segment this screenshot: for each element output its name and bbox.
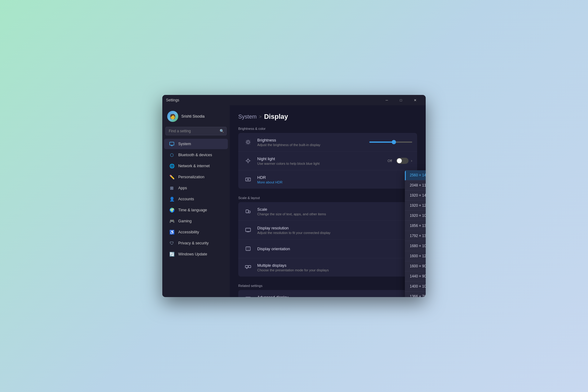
night-light-status: Off xyxy=(388,159,392,163)
search-box[interactable]: 🔍 xyxy=(165,127,227,135)
advanced-display-row[interactable]: Advanced display Display information, re… xyxy=(238,290,417,297)
display-resolution-row[interactable]: Display resolution Adjust the resolution… xyxy=(238,221,417,239)
spacer-2 xyxy=(238,278,417,284)
hdr-row[interactable]: HDR More about HDR 2560 × 1440 (Recommen… xyxy=(238,170,417,189)
gaming-icon: 🎮 xyxy=(169,218,175,224)
sidebar-item-accessibility[interactable]: ♿ Accessibility xyxy=(164,227,228,237)
scale-title: Scale xyxy=(257,207,412,212)
sidebar-item-bluetooth-label: Bluetooth & devices xyxy=(178,153,212,157)
res-option-11[interactable]: 1400 × 1050 xyxy=(405,281,426,292)
brightness-title: Brightness xyxy=(257,138,369,142)
night-light-control[interactable]: Off › xyxy=(388,158,412,164)
search-icon: 🔍 xyxy=(220,129,224,133)
hdr-icon xyxy=(243,175,253,184)
sidebar-item-system-label: System xyxy=(178,142,191,146)
resolution-dropdown: 2560 × 1440 (Recommended) 2048 × 1152 19… xyxy=(405,170,426,297)
res-option-0[interactable]: 2560 × 1440 (Recommended) xyxy=(405,170,426,180)
multiple-displays-title: Multiple displays xyxy=(257,263,412,268)
window-controls: ─ □ ✕ xyxy=(380,95,422,105)
res-option-1[interactable]: 2048 × 1152 xyxy=(405,180,426,190)
hdr-title: HDR xyxy=(257,175,412,180)
related-settings-card: Advanced display Display information, re… xyxy=(238,290,417,297)
system-icon xyxy=(169,141,175,147)
user-profile[interactable]: 🧑 Srishti Sisodia xyxy=(162,108,230,127)
brightness-row[interactable]: Brightness Adjust the brightness of the … xyxy=(238,133,417,152)
close-button[interactable]: ✕ xyxy=(408,95,422,105)
sidebar-item-privacy[interactable]: 🛡 Privacy & security xyxy=(164,238,228,248)
slider-thumb xyxy=(392,140,396,144)
night-light-subtitle: Use warmer colors to help block blue lig… xyxy=(257,162,388,165)
res-option-3[interactable]: 1920 × 1200 xyxy=(405,201,426,211)
res-option-10[interactable]: 1440 × 900 xyxy=(405,271,426,281)
display-orientation-title: Display orientation xyxy=(257,247,412,251)
res-option-7[interactable]: 1680 × 1050 xyxy=(405,241,426,251)
user-name: Srishti Sisodia xyxy=(181,114,205,119)
scale-icon xyxy=(243,206,253,216)
multiple-displays-row[interactable]: Multiple displays Choose the presentatio… xyxy=(238,258,417,277)
svg-line-10 xyxy=(246,144,247,144)
avatar: 🧑 xyxy=(167,111,178,122)
night-light-toggle[interactable] xyxy=(396,158,409,164)
sidebar-item-personalization-label: Personalization xyxy=(178,175,204,179)
night-light-text: Night light Use warmer colors to help bl… xyxy=(257,156,388,165)
main-content: System > Display Brightness & color xyxy=(230,105,426,297)
display-resolution-icon xyxy=(243,225,253,235)
res-option-12[interactable]: 1366 × 768 xyxy=(405,292,426,297)
breadcrumb-parent[interactable]: System xyxy=(238,114,257,120)
res-option-5[interactable]: 1856 × 1392 xyxy=(405,221,426,231)
scale-section-label: Scale & layout xyxy=(238,196,417,200)
sidebar-item-update[interactable]: 🔄 Windows Update xyxy=(164,249,228,259)
titlebar: Settings ─ □ ✕ xyxy=(162,95,426,105)
brightness-slider[interactable] xyxy=(369,141,412,143)
minimize-button[interactable]: ─ xyxy=(380,95,394,105)
svg-line-11 xyxy=(250,140,250,141)
sidebar-item-gaming-label: Gaming xyxy=(178,219,192,223)
breadcrumb-separator: > xyxy=(259,114,262,119)
breadcrumb: System > Display xyxy=(238,113,417,121)
res-option-9[interactable]: 1600 × 900 xyxy=(405,261,426,271)
brightness-icon xyxy=(243,137,253,147)
sidebar-item-system[interactable]: System xyxy=(164,139,228,149)
bluetooth-icon: ⬡ xyxy=(169,152,175,158)
accounts-icon: 👤 xyxy=(169,196,175,202)
display-orientation-text: Display orientation xyxy=(257,247,412,251)
sidebar-item-accounts-label: Accounts xyxy=(178,197,194,201)
maximize-button[interactable]: □ xyxy=(394,95,408,105)
display-orientation-icon xyxy=(243,244,253,254)
brightness-section-label: Brightness & color xyxy=(238,127,417,130)
hdr-subtitle[interactable]: More about HDR xyxy=(257,180,412,184)
sidebar-item-apps[interactable]: ⊞ Apps xyxy=(164,183,228,193)
res-option-2[interactable]: 1920 × 1440 xyxy=(405,190,426,201)
brightness-control[interactable] xyxy=(369,141,412,143)
sidebar-item-personalization[interactable]: ✏️ Personalization xyxy=(164,172,228,182)
sidebar-item-network-label: Network & internet xyxy=(178,164,210,168)
sidebar-item-network[interactable]: 🌐 Network & internet xyxy=(164,161,228,171)
sidebar-item-update-label: Windows Update xyxy=(178,252,207,256)
night-light-icon xyxy=(243,156,253,166)
scale-subtitle: Change the size of text, apps, and other… xyxy=(257,212,412,216)
res-option-6[interactable]: 1792 × 1344 xyxy=(405,231,426,241)
display-orientation-row[interactable]: Display orientation xyxy=(238,239,417,258)
search-input[interactable] xyxy=(165,127,227,135)
sidebar-item-privacy-label: Privacy & security xyxy=(178,241,209,245)
scale-row[interactable]: Scale Change the size of text, apps, and… xyxy=(238,202,417,221)
brightness-color-card: Brightness Adjust the brightness of the … xyxy=(238,133,417,189)
res-option-4[interactable]: 1920 × 1080 xyxy=(405,211,426,221)
svg-rect-23 xyxy=(246,228,251,232)
night-light-row[interactable]: Night light Use warmer colors to help bl… xyxy=(238,152,417,170)
sidebar: 🧑 Srishti Sisodia 🔍 System ⬡ xyxy=(162,105,230,297)
window-title: Settings xyxy=(166,98,380,102)
sidebar-item-gaming[interactable]: 🎮 Gaming xyxy=(164,216,228,226)
res-option-8[interactable]: 1600 × 1200 xyxy=(405,251,426,261)
toggle-knob xyxy=(397,158,402,163)
sidebar-item-accounts[interactable]: 👤 Accounts xyxy=(164,194,228,204)
sidebar-item-apps-label: Apps xyxy=(178,186,187,190)
sidebar-item-accessibility-label: Accessibility xyxy=(178,230,199,234)
scale-text: Scale Change the size of text, apps, and… xyxy=(257,207,412,216)
svg-line-9 xyxy=(250,144,250,144)
sidebar-item-bluetooth[interactable]: ⬡ Bluetooth & devices xyxy=(164,150,228,160)
advanced-display-text: Advanced display Display information, re… xyxy=(257,295,411,297)
svg-rect-0 xyxy=(170,142,174,145)
display-resolution-subtitle: Adjust the resolution to fit your connec… xyxy=(257,231,412,235)
sidebar-item-time[interactable]: 🌍 Time & language xyxy=(164,205,228,215)
